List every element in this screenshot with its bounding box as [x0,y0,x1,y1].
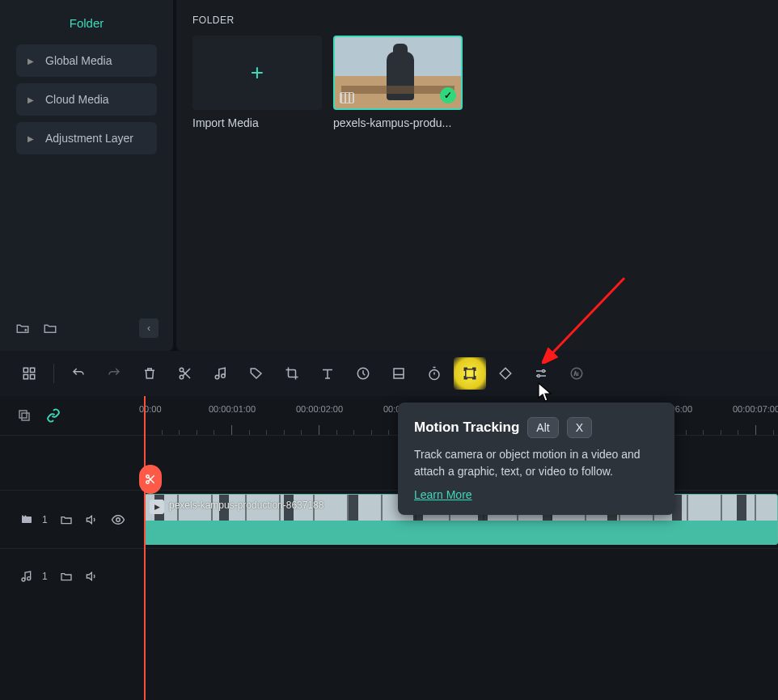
redo-button[interactable] [98,357,130,390]
tooltip-learn-more-link[interactable]: Learn More [414,488,472,501]
section-label: FOLDER [192,15,762,26]
svg-point-6 [215,375,219,379]
svg-point-22 [116,517,120,521]
track-folder-icon[interactable] [59,569,74,584]
sidebar-item-label: Cloud Media [45,93,109,106]
tooltip-title: Motion Tracking [414,420,519,436]
keyframe-button[interactable] [489,357,522,390]
svg-point-18 [146,481,150,484]
svg-rect-0 [23,368,27,372]
svg-point-23 [22,578,25,581]
svg-point-5 [180,375,184,379]
sidebar-item-label: Global Media [45,54,112,67]
media-clip-name: pexels-kampus-produ... [333,116,463,129]
sidebar-item-adjustment-layer[interactable]: ▶ Adjustment Layer [16,122,157,154]
clip-label: pexels-kampus-production-8637188 [169,500,323,511]
timeline-toolbar [0,351,778,396]
svg-rect-3 [31,375,35,379]
track-mute-icon[interactable] [85,569,99,584]
film-icon [340,92,354,103]
layers-icon[interactable] [16,407,32,424]
expand-icon: ▶ [27,134,34,143]
import-media-button[interactable]: + [192,36,322,110]
media-panel: FOLDER + Import Media ✓ pexels-kampus-pr… [176,0,778,351]
svg-point-12 [543,370,545,373]
tooltip-key-alt: Alt [527,417,558,438]
expand-icon: ▶ [27,57,34,65]
text-button[interactable] [311,357,344,390]
tooltip-body: Track camera or object motion in a video… [414,446,658,480]
audio-track-index: 1 [42,571,48,582]
adjust-button[interactable] [525,357,557,390]
svg-point-7 [222,374,226,378]
audio-track: 1 [0,548,778,603]
timecode-label: 00:00:07:00 [733,404,778,414]
color-button[interactable] [383,357,415,390]
plus-icon: + [251,60,264,86]
svg-rect-9 [394,369,404,378]
clip-play-icon: ▶ [150,500,164,514]
timecode-label: 00:00:01:00 [209,404,256,414]
tag-button[interactable] [240,357,273,390]
timecode-label: 00:00:02:00 [296,404,343,414]
check-icon: ✓ [440,87,456,103]
delete-button[interactable] [133,357,166,390]
new-folder-icon[interactable] [15,320,31,336]
svg-rect-2 [23,375,27,379]
svg-rect-19 [22,517,32,523]
video-track-icon [19,512,34,527]
crop-button[interactable] [276,357,308,390]
audio-track-icon [19,569,34,584]
import-media-label: Import Media [192,116,322,129]
tooltip-key-x: X [567,417,592,438]
sidebar-item-global-media[interactable]: ▶ Global Media [16,44,157,77]
audio-detach-button[interactable] [205,357,237,390]
svg-point-17 [146,475,150,479]
svg-rect-11 [466,369,475,378]
svg-rect-21 [24,515,26,516]
folder-icon[interactable] [42,320,58,336]
speed-button[interactable] [347,357,379,390]
track-folder-icon[interactable] [59,512,74,527]
stopwatch-button[interactable] [418,357,450,390]
ai-button[interactable] [560,357,593,390]
motion-tracking-tooltip: Motion Tracking Alt X Track camera or ob… [398,403,674,515]
timecode-label: 00:00 [139,404,162,414]
sidebar: Folder ▶ Global Media ▶ Cloud Media ▶ Ad… [0,0,173,351]
svg-point-13 [538,375,540,377]
playhead-handle[interactable] [139,465,162,494]
undo-button[interactable] [62,357,95,390]
svg-point-4 [180,368,184,372]
video-track-index: 1 [42,514,48,525]
media-clip-thumbnail[interactable]: ✓ [333,36,463,110]
svg-rect-20 [22,515,23,516]
playhead[interactable] [144,396,146,700]
split-button[interactable] [169,357,201,390]
collapse-sidebar-button[interactable]: ‹ [139,318,159,338]
link-icon[interactable] [45,407,61,424]
svg-rect-15 [19,411,27,418]
track-mute-icon[interactable] [85,512,99,527]
motion-tracking-button[interactable] [454,357,486,390]
grid-icon[interactable] [13,357,45,390]
svg-point-24 [27,576,31,580]
svg-rect-16 [22,413,29,420]
sidebar-bottom-bar: ‹ [0,314,173,343]
svg-rect-1 [31,368,35,372]
sidebar-title: Folder [0,8,173,41]
sidebar-item-label: Adjustment Layer [45,132,133,145]
sidebar-item-cloud-media[interactable]: ▶ Cloud Media [16,83,157,116]
track-visibility-icon[interactable] [111,512,125,527]
expand-icon: ▶ [27,95,34,104]
